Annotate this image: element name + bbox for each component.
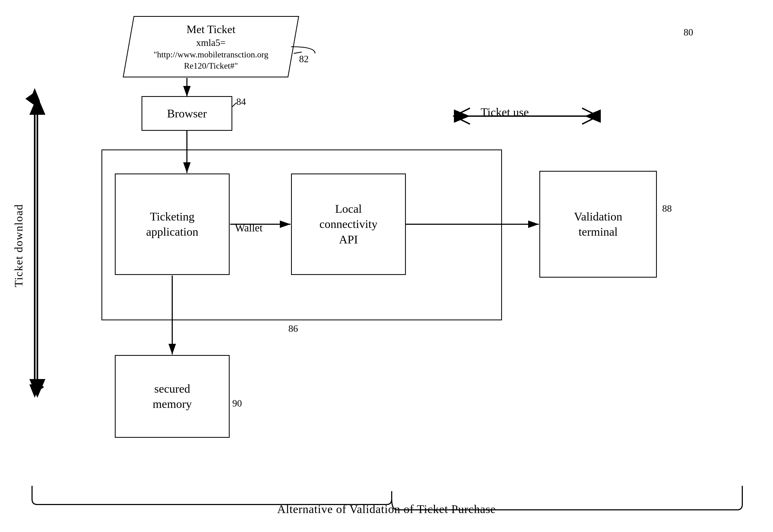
browser-label: Browser bbox=[167, 107, 207, 120]
ref-90: 90 bbox=[232, 398, 242, 409]
validation-label: Validationterminal bbox=[574, 209, 622, 239]
secured-memory-label: securedmemory bbox=[153, 381, 192, 412]
svg-marker-20 bbox=[29, 379, 45, 398]
browser-box: Browser bbox=[142, 96, 232, 131]
ref-80: 80 bbox=[684, 27, 693, 38]
diagram: Met Ticket xmla5= "http://www.mobiletran… bbox=[0, 0, 773, 532]
validation-box: Validationterminal bbox=[539, 171, 657, 278]
svg-line-17 bbox=[232, 103, 236, 107]
ref-82: 82 bbox=[299, 53, 309, 65]
ticket-download-label: Ticket download bbox=[12, 204, 25, 287]
wallet-label: Wallet bbox=[235, 222, 262, 234]
ticket-download-arrow bbox=[27, 93, 48, 400]
met-ticket-box bbox=[123, 16, 299, 77]
local-conn-box: LocalconnectivityAPI bbox=[291, 174, 406, 275]
ref-84: 84 bbox=[236, 96, 246, 107]
ticket-use-arrow bbox=[449, 104, 603, 128]
bottom-caption: Alternative of Validation of Ticket Purc… bbox=[0, 502, 773, 516]
secured-memory-box: securedmemory bbox=[115, 355, 230, 438]
ticketing-app-label: Ticketingapplication bbox=[146, 209, 198, 239]
ticketing-app-box: Ticketingapplication bbox=[115, 174, 230, 275]
ref-88: 88 bbox=[662, 203, 672, 214]
ref-86: 86 bbox=[288, 323, 298, 334]
svg-marker-19 bbox=[29, 96, 45, 115]
local-conn-label: LocalconnectivityAPI bbox=[319, 201, 378, 247]
